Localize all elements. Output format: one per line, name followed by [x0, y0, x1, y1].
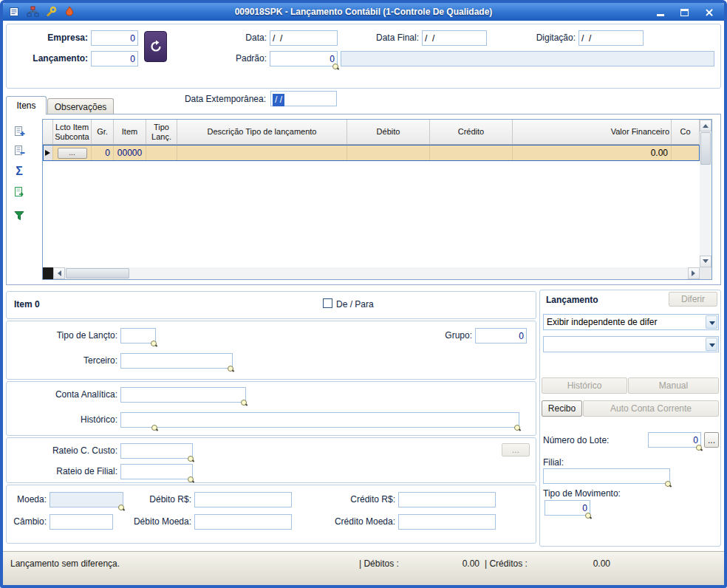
minimize-button[interactable]	[651, 6, 669, 18]
tipo-movimento-label: Tipo de Movimento:	[543, 488, 621, 499]
tab-itens[interactable]: Itens	[6, 96, 47, 114]
manual-button[interactable]: Manual	[628, 377, 719, 394]
copy-items-button[interactable]	[11, 184, 27, 200]
cell-gr[interactable]: 0	[92, 145, 114, 161]
conta-analitica-input[interactable]	[120, 387, 246, 403]
filial-lookup-icon[interactable]	[665, 481, 672, 488]
digitacao-input[interactable]	[578, 30, 644, 46]
conta-analitica-lookup-icon[interactable]	[241, 400, 248, 407]
debito-moeda-input[interactable]	[194, 514, 292, 530]
col-header-valor-financeiro[interactable]: Valor Financeiro	[513, 120, 672, 145]
debito-rs-input[interactable]	[194, 492, 292, 507]
auto-conta-corrente-button[interactable]: Auto Conta Corrente	[583, 400, 719, 417]
cell-subconta[interactable]: ...	[53, 145, 92, 161]
lancamento-input[interactable]	[91, 51, 138, 66]
filial-label: Filial:	[543, 457, 564, 468]
tab-observacoes[interactable]: Observações	[47, 98, 114, 114]
padrao-input[interactable]	[270, 51, 338, 66]
rateio-filial-lookup-icon[interactable]	[188, 476, 195, 484]
col-header-debito[interactable]: Débito	[347, 120, 430, 145]
close-button[interactable]	[700, 6, 718, 18]
numero-lote-label: Número do Lote:	[543, 435, 609, 445]
col-header-co[interactable]: Co	[672, 120, 700, 145]
historico-lookup-icon[interactable]	[514, 425, 522, 432]
historico-input[interactable]	[120, 412, 519, 428]
tipo-lancto-lookup-icon[interactable]	[151, 341, 158, 348]
horizontal-scrollbar[interactable]	[43, 267, 700, 279]
col-header-tipo-lanc[interactable]: Tipo Lanç.	[146, 120, 177, 145]
titlebar[interactable]: 009018SPK - Lançamento Contábil (1-Contr…	[3, 3, 724, 21]
col-header-item[interactable]: Item	[114, 120, 146, 145]
flame-icon[interactable]	[63, 5, 76, 18]
numero-lote-input[interactable]	[648, 432, 701, 448]
tree-view-icon[interactable]	[26, 5, 39, 18]
delete-item-button[interactable]	[11, 143, 27, 159]
form-icon[interactable]	[7, 5, 21, 18]
chevron-down-icon[interactable]	[706, 315, 717, 329]
numero-lote-lookup-icon[interactable]	[696, 445, 703, 452]
terceiro-lookup-icon[interactable]	[228, 366, 235, 373]
col-header-credito[interactable]: Crédito	[430, 120, 513, 145]
recibo-button[interactable]: Recibo	[542, 400, 582, 417]
moeda-lookup-icon[interactable]	[118, 505, 126, 512]
exibir-combo[interactable]: Exibir independente de difer	[543, 314, 719, 330]
data-input[interactable]	[270, 30, 338, 46]
rateio-custo-lookup-icon[interactable]	[188, 456, 195, 463]
cell-item[interactable]: 00000	[114, 145, 146, 161]
historico-button[interactable]: Histórico	[542, 377, 627, 394]
terceiro-input[interactable]	[120, 353, 233, 369]
filter-button[interactable]	[11, 208, 27, 224]
col-header-lcto-item-subconta[interactable]: Lcto Item Subconta	[53, 120, 92, 145]
cambio-label: Câmbio:	[10, 516, 47, 527]
scroll-right-button[interactable]	[688, 267, 700, 279]
scroll-left-button[interactable]	[53, 267, 65, 279]
maximize-button[interactable]	[675, 6, 694, 18]
lancamento-title: Lançamento	[546, 295, 598, 305]
titlebar-icons	[7, 5, 76, 18]
chevron-down-icon[interactable]	[706, 338, 717, 351]
data-final-input[interactable]	[422, 30, 487, 46]
vertical-scroll-thumb[interactable]	[700, 132, 711, 165]
sum-button[interactable]: Σ	[11, 163, 27, 180]
tipo-terceiro-box: Tipo de Lançto: Grupo: Terceiro:	[6, 321, 536, 380]
data-extemporanea-input[interactable]: / /	[270, 91, 337, 106]
add-item-button[interactable]	[11, 123, 27, 140]
de-para-checkbox[interactable]	[323, 298, 332, 308]
wrench-icon[interactable]	[44, 5, 58, 18]
tipo-movimento-lookup-icon[interactable]	[585, 513, 593, 520]
numero-lote-ellipsis-button[interactable]: ...	[704, 432, 719, 448]
diferir-button[interactable]: Diferir	[669, 292, 717, 307]
cell-valor-financeiro[interactable]: 0.00	[513, 145, 672, 161]
credito-rs-input[interactable]	[398, 492, 496, 507]
refresh-button[interactable]	[144, 31, 167, 62]
vertical-scrollbar[interactable]	[700, 120, 711, 267]
grupo-input[interactable]	[475, 328, 527, 343]
rateio-filial-input[interactable]	[120, 464, 193, 479]
historico-code-lookup-icon[interactable]	[151, 425, 159, 432]
arrow-right-icon	[692, 270, 698, 276]
digitacao-label: Digitação:	[494, 33, 576, 43]
cambio-input[interactable]	[50, 514, 113, 530]
secondary-combo[interactable]	[543, 336, 719, 352]
rateio-custo-input[interactable]	[120, 443, 193, 459]
filial-input[interactable]	[543, 468, 670, 484]
tipo-movimento-input[interactable]	[545, 500, 590, 516]
grid-selected-row[interactable]: ... 0 00000 0.00	[43, 145, 700, 161]
cell-credito[interactable]	[430, 145, 513, 161]
col-header-gr[interactable]: Gr.	[92, 120, 114, 145]
empresa-input[interactable]	[91, 30, 138, 46]
padrao-lookup-icon[interactable]	[332, 64, 340, 71]
col-header-descricao[interactable]: Descrição Tipo de lançamento	[177, 120, 347, 145]
horizontal-scroll-thumb[interactable]	[66, 268, 129, 278]
cell-tipo-lanc[interactable]	[146, 145, 177, 161]
rateio-custo-ellipsis-button[interactable]: ...	[502, 443, 530, 457]
cell-co[interactable]	[672, 145, 700, 161]
scroll-down-button[interactable]	[700, 256, 711, 267]
tab-itens-label: Itens	[16, 100, 35, 111]
credito-moeda-input[interactable]	[398, 514, 496, 530]
scroll-up-button[interactable]	[700, 120, 711, 131]
cell-debito[interactable]	[347, 145, 430, 161]
cell-descricao[interactable]	[177, 145, 347, 161]
copy-icon	[13, 186, 25, 198]
subconta-ellipsis-button[interactable]: ...	[58, 148, 87, 159]
